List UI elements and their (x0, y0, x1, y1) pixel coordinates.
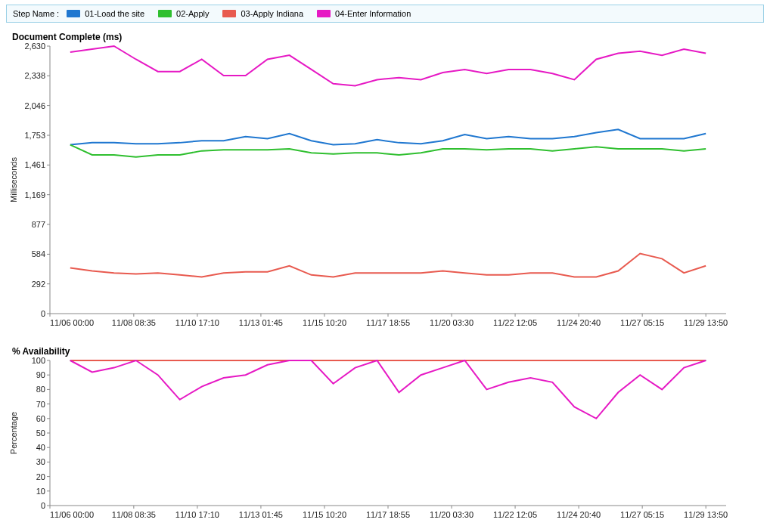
svg-text:11/13 01:45: 11/13 01:45 (239, 318, 283, 327)
svg-text:11/10 17:10: 11/10 17:10 (175, 510, 219, 519)
legend-item-1: 02-Apply (158, 9, 209, 18)
legend-swatch-0 (67, 10, 80, 17)
svg-text:11/17 18:55: 11/17 18:55 (366, 318, 410, 327)
svg-text:40: 40 (36, 443, 45, 452)
svg-text:Percentage: Percentage (9, 412, 18, 454)
svg-text:2,630: 2,630 (24, 42, 45, 51)
svg-text:11/29 13:50: 11/29 13:50 (684, 510, 728, 519)
svg-text:70: 70 (36, 400, 45, 409)
svg-text:11/27 05:15: 11/27 05:15 (620, 318, 664, 327)
legend-swatch-1 (158, 10, 172, 17)
legend-title: Step Name : (13, 9, 59, 18)
legend-label-0: 01-Load the site (85, 9, 144, 18)
legend: Step Name : 01-Load the site 02-Apply 03… (6, 5, 764, 23)
chart-doc-complete: 02925848771,1691,4611,7532,0462,3382,630… (6, 42, 755, 334)
svg-text:Milliseconds: Milliseconds (9, 157, 18, 203)
svg-text:11/06 00:00: 11/06 00:00 (50, 510, 94, 519)
legend-label-3: 04-Enter Information (335, 9, 411, 18)
svg-text:2,338: 2,338 (24, 71, 45, 80)
legend-item-3: 04-Enter Information (317, 9, 411, 18)
svg-text:11/13 01:45: 11/13 01:45 (239, 510, 283, 519)
chart-availability: 0102030405060708090100Percentage11/06 00… (6, 357, 755, 526)
svg-text:11/08 08:35: 11/08 08:35 (112, 318, 156, 327)
svg-text:10: 10 (36, 487, 45, 496)
svg-text:292: 292 (32, 280, 45, 289)
svg-text:11/17 18:55: 11/17 18:55 (366, 510, 410, 519)
svg-text:11/20 03:30: 11/20 03:30 (430, 318, 473, 327)
svg-text:11/24 20:40: 11/24 20:40 (557, 510, 601, 519)
svg-text:11/20 03:30: 11/20 03:30 (430, 510, 473, 519)
legend-item-0: 01-Load the site (67, 9, 144, 18)
svg-text:11/10 17:10: 11/10 17:10 (175, 318, 219, 327)
svg-text:100: 100 (32, 357, 45, 365)
legend-swatch-2 (222, 10, 236, 17)
svg-text:11/24 20:40: 11/24 20:40 (557, 318, 601, 327)
svg-text:11/15 10:20: 11/15 10:20 (303, 510, 346, 519)
svg-text:11/22 12:05: 11/22 12:05 (493, 510, 537, 519)
chart-title-availability: % Availability (12, 346, 70, 357)
chart-title-doc-complete: Document Complete (ms) (12, 32, 122, 42)
svg-text:877: 877 (32, 220, 45, 229)
svg-text:2,046: 2,046 (24, 101, 45, 110)
svg-text:11/27 05:15: 11/27 05:15 (620, 510, 664, 519)
svg-text:1,461: 1,461 (24, 160, 45, 169)
svg-text:11/22 12:05: 11/22 12:05 (493, 318, 537, 327)
svg-text:11/08 08:35: 11/08 08:35 (112, 510, 156, 519)
legend-label-2: 03-Apply Indiana (241, 9, 303, 18)
svg-text:1,753: 1,753 (24, 131, 45, 140)
svg-text:11/06 00:00: 11/06 00:00 (50, 318, 94, 327)
svg-text:60: 60 (36, 414, 45, 423)
svg-text:30: 30 (36, 457, 45, 466)
svg-text:11/15 10:20: 11/15 10:20 (303, 318, 346, 327)
svg-text:584: 584 (32, 249, 45, 258)
svg-text:80: 80 (36, 385, 45, 394)
svg-text:0: 0 (41, 501, 45, 510)
svg-text:20: 20 (36, 472, 45, 481)
svg-text:11/29 13:50: 11/29 13:50 (684, 318, 728, 327)
legend-swatch-3 (317, 10, 331, 17)
svg-text:1,169: 1,169 (24, 190, 45, 200)
legend-label-1: 02-Apply (176, 9, 209, 18)
svg-text:50: 50 (36, 428, 45, 438)
svg-text:0: 0 (41, 309, 45, 318)
legend-item-2: 03-Apply Indiana (222, 9, 303, 18)
svg-text:90: 90 (36, 370, 45, 379)
